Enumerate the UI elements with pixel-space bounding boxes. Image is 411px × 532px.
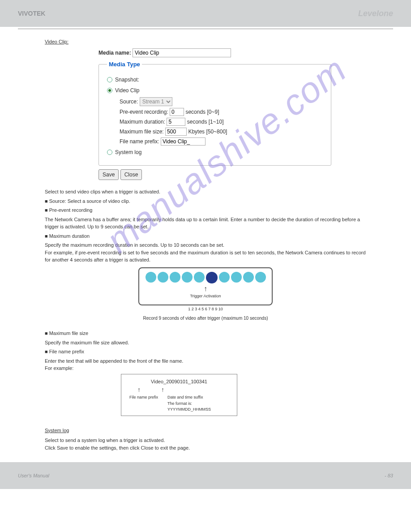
pre-event-label: Pre-event recording:: [120, 109, 168, 115]
buffer-frame: [182, 272, 193, 283]
desc-maxsize-line: ■ Maximum file size: [45, 330, 366, 337]
desc-source-line: ■ Source: Select a source of video clip.: [45, 197, 366, 205]
footer-page-number: - 83: [385, 473, 393, 478]
media-name-label: Media name:: [98, 50, 131, 56]
arrow-up-icon: ↑: [161, 385, 164, 395]
source-select[interactable]: Stream 1: [140, 97, 172, 106]
filename-prefix-input[interactable]: [161, 137, 206, 146]
arrow-up-icon: ↑: [144, 283, 267, 294]
header-bar: VIVOTEK Levelone: [0, 0, 411, 27]
source-label: Source:: [120, 99, 138, 105]
max-duration-input[interactable]: [167, 118, 185, 126]
filename-arrows: ↑ ↑: [137, 385, 231, 395]
media-settings-panel: Media name: Media Type Snapshot: Video C…: [98, 48, 331, 180]
section-title-video-clip: Video Clip:: [45, 38, 366, 46]
radio-video-clip[interactable]: Video Clip: [107, 86, 323, 94]
description-block-3: System log Select to send a system log w…: [45, 427, 366, 452]
buffer-frame: [170, 272, 180, 283]
radio-icon: [107, 77, 112, 82]
save-button[interactable]: Save: [98, 169, 119, 180]
filename-arrow-labels: File name prefix Date and time suffix Th…: [129, 395, 231, 413]
filename-prefix-arrow-label: File name prefix: [129, 395, 162, 413]
desc-pre-line: ■ Pre-event recording: [45, 206, 366, 214]
video-clip-subfields: Source: Stream 1 Pre-event recording: se…: [120, 97, 323, 146]
filename-prefix-label: File name prefix:: [120, 138, 159, 145]
desc-prefix-text: Enter the text that will be appended to …: [45, 357, 366, 372]
media-name-row: Media name:: [98, 48, 331, 57]
buffer-frame: [231, 272, 242, 283]
close-button[interactable]: Close: [120, 169, 142, 180]
buffer-frame-trigger: [206, 272, 218, 283]
radio-system-log-label: System log: [115, 148, 141, 156]
desc-maxsize-text: Specify the maximum file size allowed.: [45, 339, 366, 347]
desc-prefix-line: ■ File name prefix: [45, 348, 366, 356]
buffer-frame: [243, 272, 254, 283]
system-log-desc: Select to send a system log when a trigg…: [45, 437, 366, 451]
arrow-up-icon: ↑: [137, 385, 141, 395]
max-filesize-input[interactable]: [165, 128, 187, 136]
pre-event-input[interactable]: [170, 108, 184, 116]
button-row: Save Close: [98, 169, 331, 180]
desc-select-media: Select to send video clips when a trigge…: [45, 188, 366, 196]
radio-snapshot-label: Snapshot:: [115, 76, 139, 84]
radio-icon: [107, 88, 112, 93]
filename-datetime-arrow-label: Date and time suffix The format is: YYYY…: [167, 395, 231, 413]
buffer-frame: [158, 272, 168, 283]
radio-video-clip-label: Video Clip: [115, 86, 139, 94]
description-block-2: ■ Maximum file size Specify the maximum …: [45, 330, 366, 372]
page-content: Video Clip: Media name: Media Type Snaps…: [0, 29, 411, 462]
buffer-window-desc: Record 9 seconds of video after trigger …: [45, 315, 366, 322]
desc-maxdur-line: ■ Maximum duration: [45, 232, 366, 240]
buffer-index-caption: 1 2 3 4 5 6 7 8 9 10: [45, 306, 366, 313]
filename-example: Video_20090101_100341: [128, 378, 231, 386]
radio-icon: [107, 150, 112, 155]
buffer-frame: [146, 272, 156, 283]
max-filesize-suffix: Kbytes [50~800]: [188, 129, 227, 135]
trigger-activation-label: Trigger Activation: [144, 293, 267, 300]
section-title-system-log: System log: [45, 427, 366, 434]
radio-system-log[interactable]: System log: [107, 148, 323, 156]
header-logo: Levelone: [358, 9, 393, 18]
media-type-legend: Media Type: [107, 60, 142, 69]
pre-event-suffix: seconds [0~9]: [185, 109, 219, 115]
max-duration-label: Maximum duration:: [120, 119, 165, 125]
buffer-frame: [255, 272, 266, 283]
buffer-diagram: ↑ Trigger Activation: [138, 267, 273, 305]
filename-example-box: Video_20090101_100341 ↑ ↑ File name pref…: [121, 374, 237, 416]
media-name-input[interactable]: [133, 48, 231, 57]
description-block: Select to send video clips when a trigge…: [45, 188, 366, 264]
footer-manual-label: User's Manual: [18, 473, 49, 478]
desc-pre-text: The Network Camera has a buffer area; it…: [45, 216, 366, 231]
header-title: VIVOTEK: [18, 10, 45, 17]
media-type-fieldset: Media Type Snapshot: Video Clip Source: …: [98, 60, 331, 166]
desc-maxdur-text: Specify the maximum recording duration i…: [45, 241, 366, 264]
buffer-frame: [219, 272, 230, 283]
buffer-frame: [194, 272, 205, 283]
radio-snapshot[interactable]: Snapshot:: [107, 76, 323, 84]
buffer-circles: [144, 272, 267, 283]
max-filesize-label: Maximum file size:: [120, 129, 164, 135]
footer-bar: User's Manual - 83: [0, 462, 411, 489]
max-duration-suffix: seconds [1~10]: [187, 119, 224, 125]
